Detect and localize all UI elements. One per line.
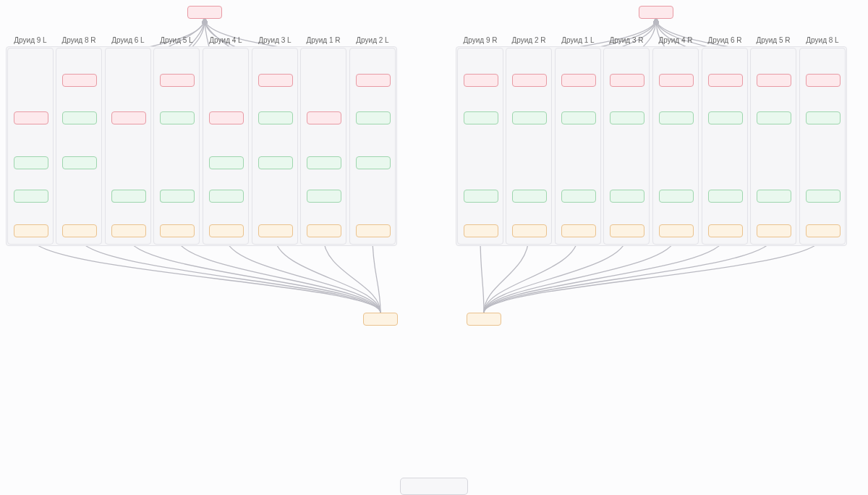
pink-node[interactable] [659,74,694,87]
pink-node[interactable] [307,111,341,124]
column: Друид 5 R [750,48,796,245]
orange-node[interactable] [806,224,841,237]
pink-node[interactable] [806,74,841,87]
green-node[interactable] [14,190,48,203]
green-node[interactable] [464,111,498,124]
green-node[interactable] [561,190,596,203]
pink-node[interactable] [356,74,391,87]
root-node-left[interactable] [187,6,222,19]
leaf-node-left[interactable] [363,313,398,326]
orange-node[interactable] [62,224,97,237]
column-label: Друид 3 R [604,36,649,44]
column-label: Друид 2 L [350,36,395,44]
green-node[interactable] [512,190,547,203]
green-node[interactable] [708,111,743,124]
pink-node[interactable] [258,74,293,87]
green-node[interactable] [806,111,841,124]
orange-node[interactable] [258,224,293,237]
pink-node[interactable] [209,111,244,124]
pink-node[interactable] [160,74,195,87]
green-node[interactable] [62,111,97,124]
orange-node[interactable] [307,224,341,237]
green-node[interactable] [209,190,244,203]
green-node[interactable] [757,111,791,124]
column: Друид 6 L [105,48,151,245]
bottom-toolbar[interactable] [400,478,468,495]
column: Друид 4 R [652,48,699,245]
column: Друид 1 L [555,48,601,245]
column-label: Друид 5 R [751,36,796,44]
pink-node[interactable] [610,74,644,87]
orange-node[interactable] [561,224,596,237]
column: Друид 8 R [56,48,102,245]
green-node[interactable] [806,190,841,203]
orange-node[interactable] [610,224,644,237]
green-node[interactable] [160,111,195,124]
column: Друид 4 L [203,48,249,245]
green-node[interactable] [62,156,97,169]
root-node-right[interactable] [639,6,673,19]
pink-node[interactable] [757,74,791,87]
column-label: Друид 1 R [301,36,346,44]
column: Друид 1 R [300,48,346,245]
column-label: Друид 8 R [56,36,101,44]
column-label: Друид 5 L [154,36,199,44]
green-node[interactable] [356,111,391,124]
orange-node[interactable] [708,224,743,237]
column-label: Друид 1 L [556,36,600,44]
column: Друид 5 L [153,48,200,245]
green-node[interactable] [111,190,146,203]
column: Друид 9 R [457,48,503,245]
green-node[interactable] [757,190,791,203]
orange-node[interactable] [464,224,498,237]
pink-node[interactable] [708,74,743,87]
orange-node[interactable] [14,224,48,237]
green-node[interactable] [258,156,293,169]
green-node[interactable] [356,156,391,169]
orange-node[interactable] [209,224,244,237]
column: Друид 2 R [506,48,552,245]
column-label: Друид 3 L [252,36,297,44]
column: Друид 6 R [702,48,748,245]
column-label: Друид 9 R [458,36,503,44]
green-node[interactable] [512,111,547,124]
column: Друид 8 L [799,48,846,245]
column-label: Друид 6 L [106,36,150,44]
column-label: Друид 4 R [653,36,698,44]
green-node[interactable] [258,111,293,124]
green-node[interactable] [708,190,743,203]
orange-node[interactable] [757,224,791,237]
column: Друид 3 L [252,48,298,245]
green-node[interactable] [610,190,644,203]
green-node[interactable] [464,190,498,203]
column-label: Друид 8 L [800,36,845,44]
column-label: Друид 2 R [506,36,551,44]
pink-node[interactable] [464,74,498,87]
column: Друид 3 R [603,48,650,245]
column-label: Друид 9 L [8,36,53,44]
pink-node[interactable] [111,111,146,124]
column: Друид 2 L [349,48,396,245]
pink-node[interactable] [14,111,48,124]
column-label: Друид 4 L [203,36,248,44]
pink-node[interactable] [561,74,596,87]
orange-node[interactable] [160,224,195,237]
green-node[interactable] [209,156,244,169]
orange-node[interactable] [356,224,391,237]
green-node[interactable] [160,190,195,203]
green-node[interactable] [14,156,48,169]
green-node[interactable] [659,111,694,124]
pink-node[interactable] [512,74,547,87]
pink-node[interactable] [62,74,97,87]
leaf-node-right[interactable] [467,313,501,326]
green-node[interactable] [307,190,341,203]
orange-node[interactable] [111,224,146,237]
column: Друид 9 L [7,48,54,245]
green-node[interactable] [307,156,341,169]
orange-node[interactable] [512,224,547,237]
orange-node[interactable] [659,224,694,237]
green-node[interactable] [610,111,644,124]
column-label: Друид 6 R [702,36,747,44]
green-node[interactable] [659,190,694,203]
green-node[interactable] [561,111,596,124]
